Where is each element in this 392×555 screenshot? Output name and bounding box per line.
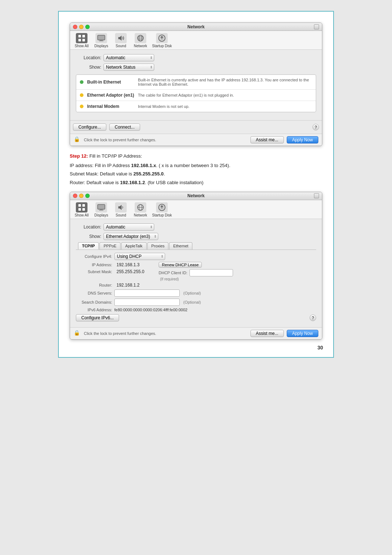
if-required-hint: (If required) <box>160 277 233 281</box>
assist-button-1[interactable]: Assist me... <box>250 136 284 143</box>
configure-button[interactable]: Configure... <box>73 123 106 131</box>
step12-line1-bold: 192.168.1.x <box>131 163 156 168</box>
toolbar2-network[interactable]: Network <box>132 202 148 217</box>
close-button[interactable] <box>73 25 77 29</box>
net-desc-builtin: Built-in Ethernet is currently active an… <box>138 78 312 86</box>
router-row: Router: 192.168.1.2 <box>76 283 316 288</box>
toolbar2-network-label: Network <box>134 213 147 217</box>
apply-button-2[interactable]: Apply Now <box>287 330 318 337</box>
location-select-wrap[interactable]: Automatic <box>103 54 154 61</box>
toolbar2-startup[interactable]: Startup Disk <box>152 202 172 217</box>
tab-ethernet[interactable]: Ethernet <box>169 242 192 250</box>
lock-icon-1[interactable]: 🔒 <box>74 136 81 143</box>
minimize-button[interactable] <box>79 25 83 29</box>
toolbar2-startup-label: Startup Disk <box>152 213 172 217</box>
titlebar-1: Network <box>70 23 322 31</box>
minimize-button-2[interactable] <box>79 194 83 198</box>
toolbar-displays[interactable]: Displays <box>93 33 109 48</box>
toolbar2-sound-label: Sound <box>116 213 126 217</box>
location-select-2[interactable]: Automatic <box>103 223 154 231</box>
network-icon-2 <box>135 202 146 212</box>
toolbar-show-all[interactable]: Show All <box>74 33 90 48</box>
step12-line1-suffix: . ( x is a number between 3 to 254). <box>156 163 230 168</box>
window-title-2: Network <box>187 193 204 198</box>
help-button-2[interactable]: ? <box>310 315 316 321</box>
toolbar2-displays-label: Displays <box>94 213 108 217</box>
resize-button-2[interactable] <box>314 193 319 198</box>
step12-line3: Router: Default value is 192.168.1.2. (f… <box>70 179 322 187</box>
show-select-wrap[interactable]: Network Status <box>103 64 154 71</box>
titlebar-2: Network <box>70 192 322 200</box>
svg-rect-20 <box>99 210 103 211</box>
svg-rect-6 <box>99 41 103 41</box>
renew-dhcp-button[interactable]: Renew DHCP Lease <box>159 262 202 268</box>
tab-tcpip[interactable]: TCP/IP <box>78 242 99 250</box>
search-domains-input[interactable] <box>114 299 180 306</box>
toolbar-network[interactable]: Network <box>132 33 148 48</box>
show-select-wrap-2[interactable]: Ethernet Adaptor (en3) <box>103 233 158 240</box>
net-item-modem[interactable]: Internal Modem Internal Modem is not set… <box>76 101 316 112</box>
zoom-button[interactable] <box>85 25 90 29</box>
lock-bar-1: 🔒 Click the lock to prevent further chan… <box>70 134 322 146</box>
net-item-ethernet[interactable]: Ethernet Adaptor (en1) The cable for Eth… <box>76 90 316 101</box>
startup-icon-2 <box>156 202 168 212</box>
close-button-2[interactable] <box>73 194 77 198</box>
sound-icon-2 <box>115 202 127 212</box>
tab-pppoe[interactable]: PPPoE <box>99 242 120 250</box>
svg-rect-18 <box>98 204 105 209</box>
show-select[interactable]: Network Status <box>103 64 154 71</box>
dhcp-client-input[interactable] <box>189 269 233 276</box>
svg-rect-5 <box>100 40 103 41</box>
assist-button-2[interactable]: Assist me... <box>250 330 284 337</box>
traffic-lights-2 <box>73 194 90 198</box>
tab-appletalk[interactable]: AppleTalk <box>121 242 147 250</box>
toolbar-show-all-label: Show All <box>75 44 89 48</box>
show-select-2[interactable]: Ethernet Adaptor (en3) <box>103 233 158 240</box>
window1-bottom: Configure... Connect... ? <box>70 120 322 134</box>
show-row-2: Show: Ethernet Adaptor (en3) <box>76 233 316 240</box>
svg-rect-4 <box>98 35 105 40</box>
toolbar-2: Show All Displays <box>70 200 322 219</box>
network-list: Built-in Ethernet Built-in Ethernet is c… <box>76 74 316 112</box>
show-label-2: Show: <box>76 234 101 239</box>
dns-label: DNS Servers: <box>76 291 112 295</box>
ipv6-value: fe80:0000:0000:0000:0206:4fff:fe00:0002 <box>114 308 187 312</box>
page-number: 30 <box>317 345 323 351</box>
configure-ipv4-select[interactable]: Using DHCP <box>114 253 165 260</box>
dhcp-client-col: DHCP Client ID: (If required) <box>159 269 233 281</box>
configure-ipv4-label: Configure IPv4: <box>76 254 112 259</box>
lock-text-2: Click the lock to prevent further change… <box>84 331 248 336</box>
lock-icon-2[interactable]: 🔒 <box>74 330 81 337</box>
search-domains-label: Search Domains: <box>76 300 112 304</box>
toolbar2-show-all[interactable]: Show All <box>74 202 90 217</box>
net-name-ethernet: Ethernet Adaptor (en1) <box>87 93 134 98</box>
dns-row: DNS Servers: (Optional) <box>76 289 316 297</box>
status-dot-green <box>80 80 83 84</box>
grid-icon <box>76 33 87 43</box>
toolbar2-displays[interactable]: Displays <box>93 202 109 217</box>
zoom-button-2[interactable] <box>85 194 90 198</box>
location-select[interactable]: Automatic <box>103 54 154 61</box>
connect-button[interactable]: Connect... <box>109 123 140 131</box>
grid-icon-2 <box>76 202 87 212</box>
step12-line2-bold: 255.255.255.0 <box>134 171 164 177</box>
help-button-1[interactable]: ? <box>313 124 319 130</box>
toolbar-startup[interactable]: Startup Disk <box>152 33 172 48</box>
toolbar-sound[interactable]: Sound <box>113 33 129 48</box>
tab-proxies[interactable]: Proxies <box>147 242 169 250</box>
toolbar-1: Show All Displays <box>70 31 322 50</box>
configure-ipv4-select-wrap[interactable]: Using DHCP <box>114 253 165 260</box>
net-desc-ethernet: The cable for Ethernet Adaptor (en1) is … <box>138 93 234 97</box>
dns-input[interactable] <box>114 289 180 297</box>
resize-button[interactable] <box>314 24 319 29</box>
location-row-2: Location: Automatic <box>76 223 316 231</box>
svg-marker-7 <box>118 36 122 41</box>
step12-line1: IP address: Fill in IP Address 192.168.1… <box>70 162 322 170</box>
configure-ipv6-button[interactable]: Configure IPv6... <box>76 314 119 321</box>
location-row: Location: Automatic <box>76 54 316 61</box>
svg-rect-15 <box>82 204 85 207</box>
toolbar2-sound[interactable]: Sound <box>113 202 129 217</box>
location-select-wrap-2[interactable]: Automatic <box>103 223 154 231</box>
apply-button-1[interactable]: Apply Now <box>287 136 318 143</box>
net-item-builtin[interactable]: Built-in Ethernet Built-in Ethernet is c… <box>76 75 316 90</box>
